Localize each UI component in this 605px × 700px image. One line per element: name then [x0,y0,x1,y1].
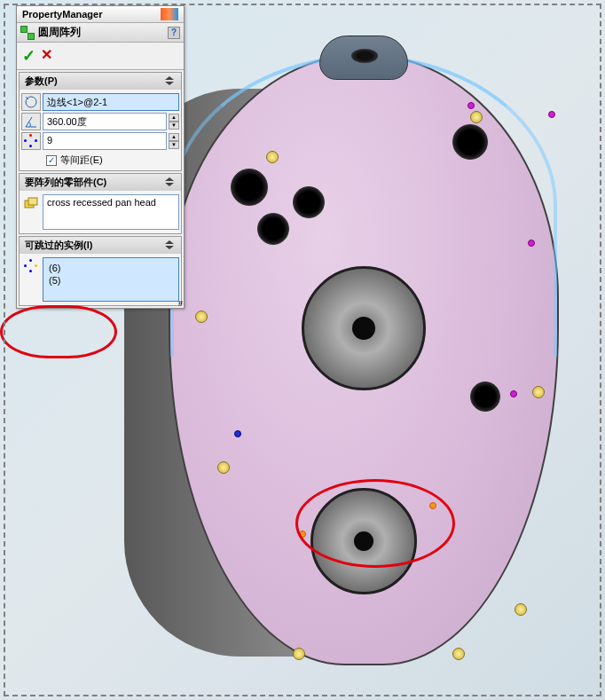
property-manager-panel: PropertyManager 圆周阵列 ? ✓ ✕ 参数(P) 边线<1>@2… [16,5,185,309]
pattern-marker[interactable] [468,102,475,109]
axis-input[interactable]: 边线<1>@2-1 [43,93,179,111]
instances-icon [21,257,41,275]
angle-input[interactable]: 360.00度 [43,113,167,130]
chevron-icon[interactable] [165,240,176,251]
spin-down[interactable]: ▼ [169,122,179,130]
cad-model [115,35,577,674]
mounting-hole [452,124,488,160]
section-title: 要阵列的零部件(C) [25,176,106,189]
panel-title-text: PropertyManager [22,9,102,20]
panel-titlebar: PropertyManager [17,6,184,23]
pattern-marker[interactable] [528,240,535,247]
ok-cancel-bar: ✓ ✕ [17,43,184,70]
count-icon[interactable]: # [21,132,41,150]
axis-icon[interactable] [21,93,41,111]
spin-down[interactable]: ▼ [169,141,179,149]
section-header-components[interactable]: 要阵列的零部件(C) [20,174,181,191]
chevron-icon[interactable] [165,76,176,87]
component-icon [21,194,41,212]
screw-instance[interactable] [195,311,208,323]
chevron-icon[interactable] [165,177,176,188]
parameters-section: 参数(P) 边线<1>@2-1 360.00度 ▲ ▼ [19,72,182,171]
upper-bearing-bore [302,266,426,390]
equal-spacing-checkbox[interactable]: ✓ [46,155,57,166]
screw-instance[interactable] [266,151,279,163]
section-header-params[interactable]: 参数(P) [20,73,181,90]
mounting-hole [470,381,500,412]
ok-button[interactable]: ✓ [22,46,35,66]
angle-icon[interactable] [21,113,41,130]
mounting-hole [257,213,289,245]
mounting-hole [293,186,325,218]
mounting-hole [231,169,268,206]
count-input[interactable]: 9 [43,132,167,150]
equal-spacing-label: 等间距(E) [60,153,103,167]
lower-bearing-bore [310,488,417,594]
section-title: 参数(P) [25,75,58,88]
skip-instances-section: 可跳过的实例(I) (6) (5) [19,236,182,306]
top-hole [351,49,378,63]
skip-item[interactable]: (5) [49,274,173,287]
spin-up[interactable]: ▲ [169,114,179,122]
pin-icon[interactable] [161,8,178,20]
help-button[interactable]: ? [168,27,180,39]
circular-pattern-icon [20,26,35,40]
screw-instance[interactable] [470,111,483,123]
section-title: 可跳过的实例(I) [25,239,92,252]
screw-instance[interactable] [532,386,545,398]
skipped-marker[interactable] [299,531,306,538]
top-boss [319,35,408,80]
screw-instance[interactable] [515,603,527,616]
spin-up[interactable]: ▲ [169,133,179,141]
feature-name: 圆周阵列 [38,25,81,40]
pattern-marker[interactable] [548,111,555,118]
screw-instance[interactable] [452,648,465,660]
skipped-marker[interactable] [429,502,436,509]
pattern-marker[interactable] [234,430,241,437]
screw-instance[interactable] [217,461,230,474]
svg-rect-2 [28,198,37,205]
components-section: 要阵列的零部件(C) cross recessed pan head [19,173,182,234]
section-header-skip[interactable]: 可跳过的实例(I) [20,237,181,254]
pattern-marker[interactable] [510,390,517,397]
skip-item[interactable]: (6) [49,262,173,274]
screw-instance[interactable] [293,648,305,660]
cancel-button[interactable]: ✕ [41,46,52,66]
equal-spacing-row[interactable]: ✓ 等间距(E) [21,152,179,169]
skip-instances-list[interactable]: (6) (5) [43,257,179,302]
feature-header: 圆周阵列 ? [17,23,184,43]
components-list[interactable]: cross recessed pan head [43,194,179,230]
